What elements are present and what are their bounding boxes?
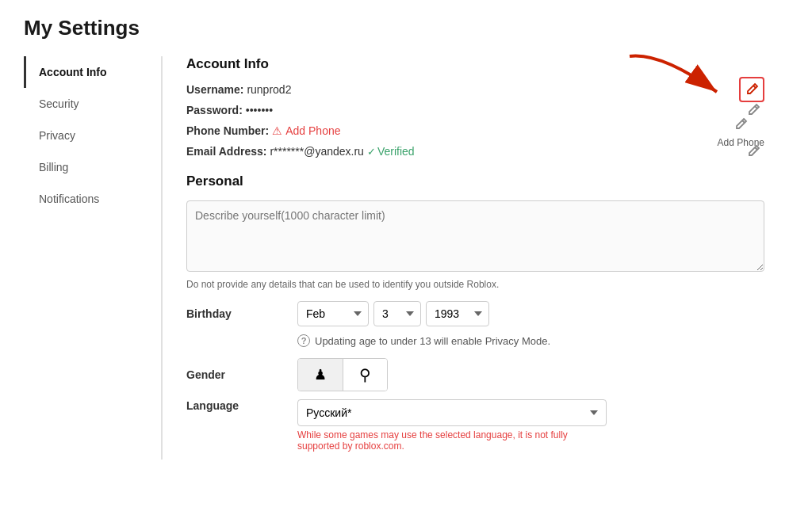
birthday-day-select[interactable]: 3 1 2	[373, 301, 421, 326]
password-row: Password: •••••••	[186, 104, 764, 116]
male-icon: ♟	[314, 366, 327, 383]
personal-title: Personal	[186, 174, 764, 189]
password-label: Password:	[186, 104, 243, 116]
gender-male-button[interactable]: ♟	[298, 359, 343, 391]
sidebar-item-account-info[interactable]: Account Info	[24, 56, 161, 88]
help-icon: ?	[297, 334, 310, 347]
email-value: r*******@yandex.ru	[270, 145, 364, 158]
gender-female-button[interactable]: ⚲	[343, 359, 387, 391]
email-row: Email Address: r*******@yandex.ru ✓ Veri…	[186, 145, 764, 158]
sidebar: Account Info Security Privacy Billing No…	[24, 56, 163, 460]
sidebar-item-notifications[interactable]: Notifications	[24, 183, 161, 215]
birthday-label: Birthday	[186, 307, 297, 320]
gender-label: Gender	[186, 368, 297, 381]
birthday-controls: Feb Jan Mar Apr 3 1 2 1993 1992	[297, 301, 489, 326]
phone-row: Phone Number: ⚠ Add Phone Add Phone	[186, 124, 764, 137]
sidebar-item-billing[interactable]: Billing	[24, 151, 161, 183]
birthday-month-select[interactable]: Feb Jan Mar Apr	[297, 301, 369, 326]
describe-textarea[interactable]	[186, 200, 764, 272]
username-label: Username:	[186, 83, 243, 96]
age-hint-text: Updating age to under 13 will enable Pri…	[315, 335, 550, 347]
textarea-hint: Do not provide any details that can be u…	[186, 279, 764, 290]
birthday-year-select[interactable]: 1993 1992 1994	[426, 301, 489, 326]
female-icon: ⚲	[359, 365, 371, 384]
language-control-wrapper: Русский* English While some games may us…	[297, 399, 607, 452]
add-phone-link[interactable]: Add Phone	[285, 124, 340, 137]
birthday-row: Birthday Feb Jan Mar Apr 3 1 2	[186, 301, 764, 326]
gender-controls: ♟ ⚲	[297, 358, 388, 391]
sidebar-item-privacy[interactable]: Privacy	[24, 120, 161, 151]
edit-email-button[interactable]	[742, 140, 764, 162]
warning-icon: ⚠	[272, 124, 282, 137]
verified-text: Verified	[377, 145, 415, 158]
language-warning: While some games may use the selected la…	[297, 429, 607, 452]
gender-row: Gender ♟ ⚲	[186, 358, 764, 391]
language-select[interactable]: Русский* English	[297, 399, 607, 426]
username-value: runprod2	[247, 83, 291, 96]
account-info-title: Account Info	[186, 56, 764, 72]
edit-phone-button[interactable]	[730, 113, 752, 135]
age-hint-row: ? Updating age to under 13 will enable P…	[297, 334, 764, 347]
phone-label: Phone Number:	[186, 124, 269, 137]
content-area: Account Info Username: runprod2 Password…	[163, 56, 788, 460]
personal-section: Personal Do not provide any details that…	[186, 174, 764, 452]
sidebar-item-security[interactable]: Security	[24, 88, 161, 120]
verified-checkmark: ✓	[367, 146, 376, 158]
email-label: Email Address:	[186, 145, 266, 158]
language-row: Language Русский* English While some gam…	[186, 399, 764, 452]
username-row: Username: runprod2	[186, 83, 764, 96]
language-label: Language	[186, 399, 297, 412]
password-value: •••••••	[246, 104, 273, 116]
page-title: My Settings	[24, 16, 788, 40]
